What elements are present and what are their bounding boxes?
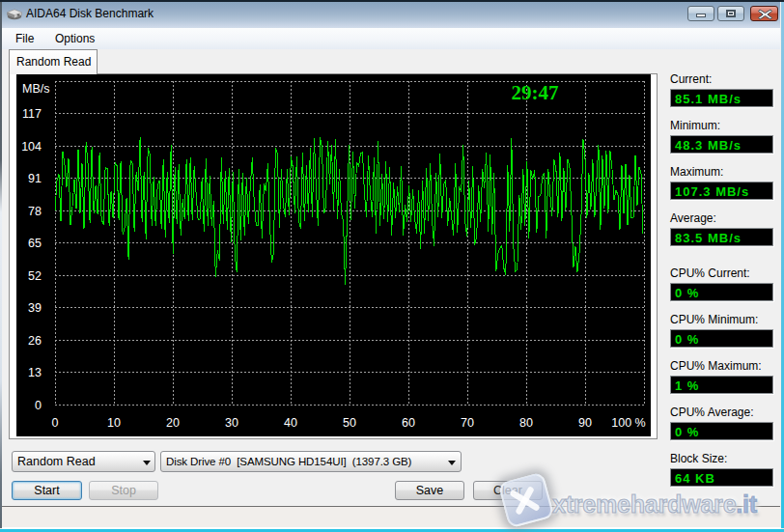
svg-text:29:47: 29:47 (512, 81, 559, 104)
svg-text:78: 78 (28, 205, 42, 218)
svg-text:40: 40 (284, 416, 297, 430)
svg-text:26: 26 (28, 334, 42, 348)
svg-text:39: 39 (28, 301, 42, 315)
svg-text:104: 104 (21, 140, 42, 154)
svg-text:90: 90 (578, 416, 592, 430)
svg-text:0: 0 (35, 399, 42, 412)
svg-text:52: 52 (28, 269, 42, 283)
svg-text:91: 91 (28, 172, 42, 185)
svg-text:0: 0 (52, 416, 59, 430)
svg-text:70: 70 (461, 416, 474, 430)
svg-text:100 %: 100 % (611, 416, 645, 430)
svg-text:MB/s: MB/s (22, 82, 49, 96)
svg-text:65: 65 (28, 237, 42, 250)
svg-text:60: 60 (402, 416, 415, 430)
svg-text:20: 20 (166, 416, 180, 430)
svg-text:117: 117 (22, 107, 42, 121)
svg-text:50: 50 (343, 416, 356, 430)
svg-text:80: 80 (519, 416, 533, 430)
svg-text:10: 10 (107, 416, 121, 430)
svg-text:30: 30 (225, 416, 238, 430)
svg-text:13: 13 (28, 366, 42, 379)
